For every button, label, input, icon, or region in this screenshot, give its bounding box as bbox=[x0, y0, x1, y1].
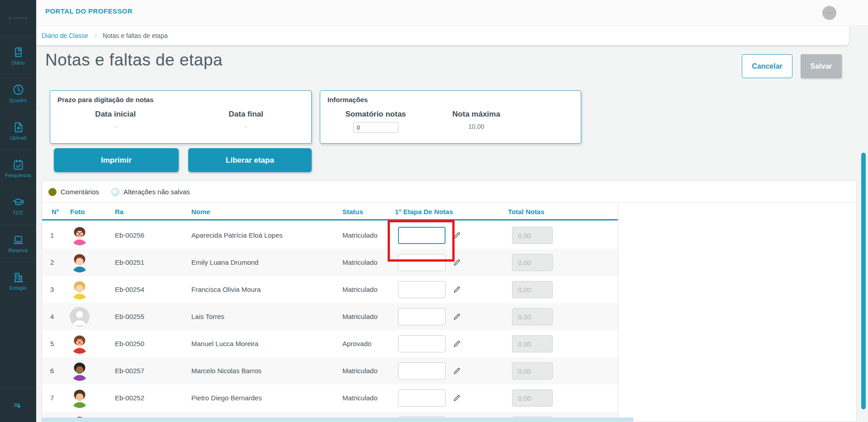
horizontal-scrollbar[interactable] bbox=[42, 417, 634, 422]
table-row: 4 Eb-00255 Lais Torres Matriculado bbox=[42, 303, 618, 330]
legend: Comentários Alterações não salvas bbox=[42, 181, 856, 202]
start-date-value: - bbox=[50, 123, 181, 130]
grade-input[interactable] bbox=[398, 254, 446, 271]
table-right-border bbox=[618, 202, 618, 422]
deadline-panel: Prazo para digitação de notas Data inici… bbox=[50, 90, 312, 144]
total-input bbox=[512, 227, 553, 244]
sidebar-item-upload[interactable]: Upload bbox=[0, 112, 36, 150]
sidebar-item-diario[interactable]: Diário bbox=[0, 37, 36, 75]
table-row: 2 Eb-00251 Emily Luana Drumond Matricula… bbox=[42, 249, 618, 276]
print-button[interactable]: Imprimir bbox=[54, 148, 179, 172]
pencil-icon[interactable] bbox=[453, 313, 461, 321]
grade-input[interactable] bbox=[398, 335, 446, 352]
student-name: Manuel Lucca Moreira bbox=[191, 340, 258, 347]
sidebar-collapse-button[interactable] bbox=[0, 388, 36, 422]
release-stage-button[interactable]: Liberar etapa bbox=[188, 148, 312, 172]
student-status: Matriculado bbox=[342, 313, 378, 320]
student-ra: Eb-00255 bbox=[115, 313, 144, 320]
student-ra: Eb-00250 bbox=[115, 340, 144, 347]
content-area: Notas e faltas de etapa Cancelar Salvar … bbox=[36, 45, 868, 422]
grades-card: Comentários Alterações não salvas N° Fot… bbox=[42, 181, 857, 422]
student-status: Matriculado bbox=[342, 286, 378, 293]
laptop-icon bbox=[12, 234, 24, 246]
max-grade-label: Nota máxima bbox=[431, 110, 522, 119]
table-header: N° Foto Ra Nome Status 1° Etapa De Notas… bbox=[42, 202, 618, 220]
pencil-icon[interactable] bbox=[453, 340, 461, 348]
sum-notes-input[interactable] bbox=[353, 122, 398, 133]
student-ra: Eb-00257 bbox=[115, 367, 144, 375]
col-header-total: Total Notas bbox=[508, 208, 545, 216]
col-header-etapa: 1° Etapa De Notas bbox=[395, 208, 453, 216]
sidebar: ◎ TOTVS DiárioQuadroUploadFrequênciaTCCR… bbox=[0, 0, 36, 422]
portal-title: PORTAL DO PROFESSOR bbox=[45, 7, 133, 15]
vertical-scrollbar[interactable] bbox=[861, 153, 866, 409]
pencil-icon[interactable] bbox=[453, 286, 461, 294]
totvs-logo-mark: ◎ bbox=[9, 16, 14, 20]
grade-input[interactable] bbox=[398, 308, 446, 325]
sum-notes-label: Somatório notas bbox=[320, 110, 431, 119]
col-header-nome: Nome bbox=[191, 208, 210, 216]
grade-input[interactable] bbox=[398, 389, 446, 407]
student-status: Matriculado bbox=[342, 394, 378, 402]
student-avatar bbox=[70, 307, 90, 327]
cancel-button[interactable]: Cancelar bbox=[742, 54, 792, 78]
building-icon bbox=[12, 271, 24, 283]
sidebar-item-reserva[interactable]: Reserva bbox=[0, 225, 36, 262]
user-avatar[interactable]: AVATAR bbox=[822, 6, 836, 20]
grade-input[interactable] bbox=[398, 227, 446, 244]
table-body: 1 Eb-00256 Aparecida Patrícia Eloá Lopes… bbox=[42, 222, 618, 422]
breadcrumb: Diário de Classe Notas e faltas de etapa bbox=[36, 26, 849, 45]
sidebar-item-frequencia[interactable]: Frequência bbox=[0, 150, 36, 187]
student-avatar bbox=[70, 280, 90, 300]
sidebar-item-tcc[interactable]: TCC bbox=[0, 187, 36, 225]
pencil-icon[interactable] bbox=[453, 231, 461, 239]
student-status: Matriculado bbox=[342, 258, 378, 266]
student-status: Matriculado bbox=[342, 367, 378, 375]
grade-input[interactable] bbox=[398, 281, 446, 298]
sidebar-nav: DiárioQuadroUploadFrequênciaTCCReservaEs… bbox=[0, 37, 36, 300]
table-row: 7 Eb-00252 Pietro Diego Bernardes Matric… bbox=[42, 384, 618, 412]
pencil-icon[interactable] bbox=[453, 367, 461, 375]
grade-input[interactable] bbox=[398, 362, 446, 380]
breadcrumb-current-page: Notas e faltas de etapa bbox=[103, 32, 168, 39]
row-number: 5 bbox=[50, 340, 54, 347]
student-name: Pietro Diego Bernardes bbox=[191, 394, 262, 402]
user-avatar-label: AVATAR bbox=[825, 12, 834, 14]
pencil-icon[interactable] bbox=[453, 394, 461, 402]
row-number: 3 bbox=[50, 286, 54, 293]
sidebar-item-estagio[interactable]: Estágio bbox=[0, 262, 36, 300]
max-grade-value: 10,00 bbox=[431, 123, 522, 130]
save-button[interactable]: Salvar bbox=[801, 54, 842, 78]
student-name: Francisca Olivia Moura bbox=[191, 286, 261, 293]
chevron-right-icon bbox=[92, 32, 99, 39]
total-input bbox=[512, 308, 553, 325]
sidebar-item-quadro[interactable]: Quadro bbox=[0, 75, 36, 112]
top-bar: PORTAL DO PROFESSOR AVATAR bbox=[36, 0, 868, 26]
breadcrumb-diario-de-classe[interactable]: Diário de Classe bbox=[42, 32, 88, 39]
start-date-label: Data inicial bbox=[50, 110, 181, 119]
info-panel-title: Informações bbox=[320, 91, 581, 103]
student-name: Lais Torres bbox=[191, 313, 224, 320]
student-status: Aprovado bbox=[342, 340, 371, 347]
totvs-logo-text: TOTVS bbox=[14, 16, 28, 20]
student-avatar bbox=[70, 253, 90, 272]
student-ra: Eb-00256 bbox=[115, 231, 144, 239]
calendar-check-icon bbox=[12, 159, 24, 171]
double-arrow-right-icon bbox=[13, 400, 24, 411]
row-number: 4 bbox=[50, 313, 54, 320]
student-avatar bbox=[70, 361, 90, 381]
pencil-icon[interactable] bbox=[453, 258, 461, 267]
total-input bbox=[512, 389, 553, 407]
table-row: 6 Eb-00257 Marcelo Nicolas Barros Matric… bbox=[42, 357, 618, 384]
student-avatar bbox=[70, 388, 90, 408]
table-row: 5 Eb-00250 Manuel Lucca Moreira Aprovado bbox=[42, 330, 618, 357]
totvs-logo: ◎ TOTVS bbox=[0, 0, 36, 37]
graduation-cap-icon bbox=[12, 196, 24, 208]
row-number: 2 bbox=[50, 258, 54, 266]
col-header-numero: N° bbox=[52, 208, 59, 216]
total-input bbox=[512, 362, 553, 380]
unsaved-legend-dot bbox=[111, 188, 119, 196]
student-name: Marcelo Nicolas Barros bbox=[191, 367, 261, 375]
end-date-label: Data final bbox=[181, 110, 312, 119]
student-avatar bbox=[70, 334, 90, 354]
